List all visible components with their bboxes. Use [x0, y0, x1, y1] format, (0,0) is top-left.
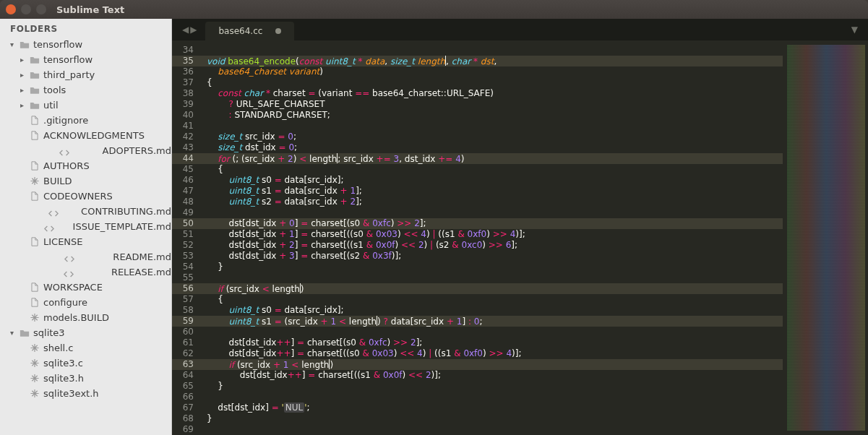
line-number[interactable]: 42	[172, 132, 204, 142]
file-row-sqlite3-h[interactable]: sqlite3.h	[0, 371, 171, 386]
twisty-icon[interactable]: ▸	[20, 56, 27, 64]
code-line[interactable]	[204, 45, 783, 56]
line-number[interactable]: 43	[172, 142, 204, 153]
code-content[interactable]: void base64_encode(const uint8_t * data,…	[204, 40, 783, 435]
minimap[interactable]	[783, 40, 868, 435]
line-number[interactable]: 61	[172, 337, 204, 348]
line-number[interactable]: 57	[172, 294, 204, 305]
code-line[interactable]: size_t dst_idx = 0;	[204, 142, 783, 153]
code-line[interactable]	[204, 327, 783, 337]
file-row-authors[interactable]: AUTHORS	[0, 158, 171, 173]
code-line[interactable]: }	[204, 262, 783, 272]
line-number[interactable]: 55	[172, 272, 204, 283]
code-line[interactable]: uint8_t s0 = data[src_idx];	[204, 175, 783, 186]
code-line[interactable]: dst[dst_idx + 2] = charset[((s1 & 0x0f) …	[204, 240, 783, 251]
code-line[interactable]	[204, 424, 783, 435]
file-row--gitignore[interactable]: .gitignore	[0, 113, 171, 128]
line-number[interactable]: 37	[172, 77, 204, 88]
file-row-codeowners[interactable]: CODEOWNERS	[0, 189, 171, 204]
line-number[interactable]: 60	[172, 327, 204, 337]
line-number[interactable]: 66	[172, 392, 204, 402]
file-row-build[interactable]: BUILD	[0, 173, 171, 189]
twisty-icon[interactable]: ▸	[20, 71, 27, 79]
folder-row-third_party[interactable]: ▸third_party	[0, 67, 171, 82]
back-icon[interactable]: ◀	[182, 25, 189, 35]
folder-tree[interactable]: ▾tensorflow▸tensorflow▸third_party▸tools…	[0, 37, 171, 435]
code-line[interactable]: if (src_idx < length)	[204, 283, 783, 294]
twisty-icon[interactable]: ▸	[20, 86, 27, 94]
code-line[interactable]: }	[204, 413, 783, 424]
line-number[interactable]: 53	[172, 251, 204, 262]
file-row-readme-md[interactable]: README.md	[0, 249, 171, 264]
close-icon[interactable]	[6, 4, 16, 14]
code-line[interactable]: dst[dst_idx++] = charset[((s0 & 0x03) <<…	[204, 348, 783, 359]
folder-row-sqlite3[interactable]: ▾sqlite3	[0, 325, 171, 340]
file-row-adopters-md[interactable]: ADOPTERS.md	[0, 143, 171, 158]
line-number[interactable]: 67	[172, 402, 204, 413]
file-row-acknowledgments[interactable]: ACKNOWLEDGMENTS	[0, 128, 171, 143]
file-row-contributing-md[interactable]: CONTRIBUTING.md	[0, 204, 171, 219]
code-line[interactable]: dst[dst_idx++] = charset[(s0 & 0xfc) >> …	[204, 337, 783, 348]
file-row-release-md[interactable]: RELEASE.md	[0, 264, 171, 280]
code-line[interactable]: : STANDARD_CHARSET;	[204, 110, 783, 121]
code-line[interactable]: const char * charset = (variant == base6…	[204, 88, 783, 99]
line-number[interactable]: 69	[172, 424, 204, 435]
code-line[interactable]: dst[dst_idx++] = charset[((s1 & 0x0f) <<…	[204, 370, 783, 381]
code-line[interactable]: {	[204, 77, 783, 88]
file-row-configure[interactable]: configure	[0, 295, 171, 310]
line-number[interactable]: 46	[172, 175, 204, 186]
line-number[interactable]: 68	[172, 413, 204, 424]
line-number[interactable]: 54	[172, 262, 204, 272]
code-line[interactable]: dst[dst_idx + 1] = charset[((s0 & 0x03) …	[204, 229, 783, 240]
code-line[interactable]: uint8_t s1 = (src_idx + 1 < length) ? da…	[204, 316, 783, 327]
maximize-icon[interactable]	[36, 4, 46, 14]
file-row-sqlite3ext-h[interactable]: sqlite3ext.h	[0, 386, 171, 401]
minimize-icon[interactable]	[21, 4, 31, 14]
code-line[interactable]: dst[dst_idx + 3] = charset[(s2 & 0x3f)];	[204, 251, 783, 262]
line-number[interactable]: 48	[172, 197, 204, 207]
line-number[interactable]: 39	[172, 99, 204, 110]
line-number[interactable]: 47	[172, 186, 204, 197]
code-line[interactable]: dst[dst_idx] = 'NUL';	[204, 402, 783, 413]
line-number[interactable]: 50	[172, 218, 204, 229]
line-number[interactable]: 34	[172, 45, 204, 56]
code-line[interactable]: if (src_idx + 1 < length)	[204, 359, 783, 370]
file-row-sqlite3-c[interactable]: sqlite3.c	[0, 356, 171, 371]
code-line[interactable]: for (; (src_idx + 2) < length; src_idx +…	[204, 153, 783, 164]
line-number[interactable]: 41	[172, 121, 204, 132]
twisty-icon[interactable]: ▾	[10, 329, 17, 337]
line-number[interactable]: 45	[172, 164, 204, 175]
twisty-icon[interactable]: ▾	[10, 40, 17, 48]
line-number[interactable]: 49	[172, 207, 204, 218]
code-line[interactable]: uint8_t s1 = data[src_idx + 1];	[204, 186, 783, 197]
line-number[interactable]: 36	[172, 66, 204, 77]
code-line[interactable]: void base64_encode(const uint8_t * data,…	[204, 56, 783, 66]
code-line[interactable]: {	[204, 294, 783, 305]
code-line[interactable]	[204, 272, 783, 283]
folder-row-util[interactable]: ▸util	[0, 98, 171, 113]
tab-active[interactable]: base64.cc	[205, 22, 294, 40]
code-line[interactable]: dst[dst_idx + 0] = charset[(s0 & 0xfc) >…	[204, 218, 783, 229]
file-row-shell-c[interactable]: shell.c	[0, 340, 171, 356]
code-line[interactable]: base64_charset variant)	[204, 66, 783, 77]
line-number[interactable]: 63	[172, 359, 204, 370]
code-line[interactable]: }	[204, 381, 783, 392]
file-row-models-build[interactable]: models.BUILD	[0, 310, 171, 325]
line-number[interactable]: 40	[172, 110, 204, 121]
file-row-workspace[interactable]: WORKSPACE	[0, 280, 171, 295]
tabs-dropdown-icon[interactable]: ▼	[841, 25, 868, 35]
line-number[interactable]: 51	[172, 229, 204, 240]
titlebar[interactable]: Sublime Text	[0, 0, 868, 19]
twisty-icon[interactable]: ▸	[20, 101, 27, 109]
line-number[interactable]: 65	[172, 381, 204, 392]
code-line[interactable]: uint8_t s0 = data[src_idx];	[204, 305, 783, 316]
folder-row-tensorflow[interactable]: ▸tensorflow	[0, 52, 171, 67]
line-gutter[interactable]: 3435363738394041424344454647484950515253…	[172, 40, 204, 435]
line-number[interactable]: 59	[172, 316, 204, 327]
file-row-license[interactable]: LICENSE	[0, 234, 171, 249]
code-line[interactable]: size_t src_idx = 0;	[204, 132, 783, 142]
folder-row-tools[interactable]: ▸tools	[0, 82, 171, 98]
code-line[interactable]	[204, 207, 783, 218]
line-number[interactable]: 64	[172, 370, 204, 381]
line-number[interactable]: 56	[172, 283, 204, 294]
